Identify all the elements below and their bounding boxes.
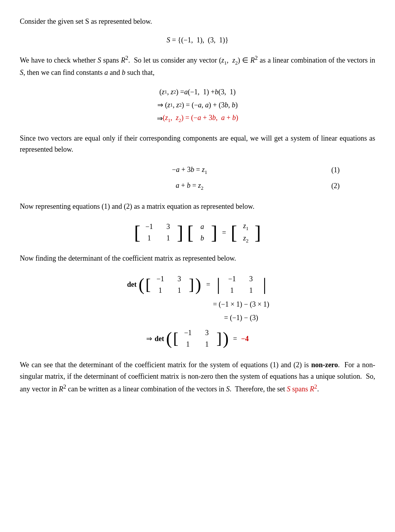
abs-cell-3: 3: [246, 273, 256, 285]
eq-line-2: ⇒ (z1, z2) = (−a, a) + (3b, b): [157, 99, 238, 111]
cell-a: a: [197, 221, 207, 233]
matrix-equation: [ −1 3 1 1 ] [ a b ] = [ z1 z2 ]: [20, 220, 375, 245]
paragraph-1: Consider the given set S as represented …: [20, 16, 375, 27]
det2-row-1: −1 3: [183, 327, 212, 339]
var-row-b: b: [197, 233, 207, 244]
cell-b: b: [197, 233, 207, 244]
eq-line-1: (z1, z2) = a(−1, 1) + b(3, 1): [159, 86, 235, 98]
det-close-paren: ): [195, 276, 201, 294]
left-bracket-3: [: [231, 223, 237, 242]
det-open-paren: (: [139, 276, 145, 294]
det-cell-neg1: −1: [156, 273, 165, 285]
abs-cell-neg1: −1: [227, 273, 237, 285]
numbered-eq-1: −a + 3b = z1 (1): [55, 164, 340, 176]
det-matrix-inner: −1 3 1 1: [152, 273, 188, 296]
cell-z1: z1: [241, 220, 251, 233]
paragraph-3: Since two vectors are equal only if thei…: [20, 133, 375, 156]
paragraph-2: We have to check whether S spans R2. So …: [20, 53, 375, 78]
paragraph-5: Now finding the determinant of the coeff…: [20, 253, 375, 264]
det2-matrix: −1 3 1 1: [179, 327, 216, 350]
det-calc-1: = (−1 × 1) − (3 × 1): [213, 299, 269, 310]
eq-line-3: ⇒ (z1, z2) = (−a + 3b, a + b): [157, 112, 239, 124]
eq1-number: (1): [324, 164, 340, 176]
matrix-row-2: 1 1: [144, 233, 173, 244]
cell-1a: 1: [144, 233, 154, 244]
det-row-1: −1 3: [156, 273, 184, 285]
eq2-content: a + b = z2: [55, 180, 324, 192]
cell-neg1: −1: [144, 221, 154, 233]
abs-bar-left: |: [217, 276, 220, 294]
numbered-equations: −a + 3b = z1 (1) a + b = z2 (2): [20, 162, 375, 194]
eq2-number: (2): [324, 180, 340, 192]
abs-cell-1b: 1: [246, 285, 256, 296]
numbered-eq-2: a + b = z2 (2): [55, 180, 340, 192]
det-matrix-abs: −1 3 1 1: [222, 273, 261, 296]
right-bracket-2: ]: [211, 223, 217, 242]
paragraph-final: We can see that the determinant of the c…: [20, 359, 375, 395]
eq1-content: −a + 3b = z1: [55, 164, 324, 176]
det-calc-2: = (−1) − (3): [224, 312, 258, 324]
determinant-block: det ( [ −1 3 1 1 ] ) = | −1 3 1 1: [20, 272, 375, 351]
det-row-2: 1 1: [156, 285, 184, 296]
det2-close-paren: ): [223, 330, 229, 347]
nonzero-text: non-zero: [311, 361, 338, 369]
para1-text: Consider the given set S as represented …: [20, 17, 152, 25]
paragraph-4: Now representing equations (1) and (2) a…: [20, 201, 375, 212]
det-cell-1a: 1: [156, 285, 165, 296]
det-equals: =: [206, 279, 210, 290]
right-bracket-1: ]: [177, 223, 183, 242]
det-arrow: ⇒: [146, 333, 152, 345]
det-line-1: det ( [ −1 3 1 1 ] ) = | −1 3 1 1: [127, 273, 268, 296]
var-row-a: a: [197, 221, 207, 233]
det2-bracket-l: [: [173, 331, 178, 347]
rhs-row-1: z1: [241, 220, 251, 233]
abs-bar-right: |: [263, 276, 267, 294]
cell-3: 3: [163, 221, 173, 233]
det-cell-1b: 1: [175, 285, 184, 296]
cell-1b: 1: [163, 233, 173, 244]
det-keyword-2: det: [155, 333, 164, 345]
abs-cell-1a: 1: [227, 285, 237, 296]
det-line-2: = (−1 × 1) − (3 × 1): [213, 299, 269, 310]
det2-bracket-r: ]: [216, 331, 221, 347]
cell-z2: z2: [241, 233, 251, 245]
abs-row-2: 1 1: [227, 285, 256, 296]
det-result: −4: [241, 333, 248, 345]
det2-cell-1b: 1: [202, 339, 212, 350]
spans-conclusion: S spans R2: [287, 385, 317, 393]
equation-block-1: (z1, z2) = a(−1, 1) + b(3, 1) ⇒ (z1, z2)…: [20, 86, 375, 126]
left-bracket-1: [: [134, 223, 140, 242]
abs-row-1: −1 3: [227, 273, 256, 285]
det2-cell-1a: 1: [183, 339, 193, 350]
rhs-row-2: z2: [241, 233, 251, 245]
set-display: S = {(−1, 1), (3, 1)}: [20, 34, 375, 46]
det2-row-2: 1 1: [183, 339, 212, 350]
eq-line-3-red: (z1, z2) = (−a + 3b, a + b): [163, 112, 239, 124]
det-cell-3: 3: [175, 273, 184, 285]
det-bracket-l1: [: [145, 277, 151, 293]
det-line-4: ⇒ det ( [ −1 3 1 1 ] ) = −4: [146, 327, 248, 350]
det2-open-paren: (: [166, 330, 172, 347]
right-bracket-3: ]: [255, 223, 261, 242]
equals-sign-matrix: =: [222, 227, 226, 238]
left-bracket-2: [: [187, 223, 193, 242]
det2-equals: =: [233, 333, 237, 345]
matrix-rhs: z1 z2: [238, 220, 254, 245]
det-line-3: = (−1) − (3): [224, 312, 258, 324]
det-bracket-r1: ]: [189, 277, 194, 293]
det2-cell-3: 3: [202, 327, 212, 339]
matrix-vars: a b: [194, 221, 210, 244]
det2-cell-neg1: −1: [183, 327, 193, 339]
det-keyword: det: [127, 279, 137, 290]
matrix-row-1: −1 3: [144, 221, 173, 233]
matrix-coeff: −1 3 1 1: [141, 221, 176, 244]
